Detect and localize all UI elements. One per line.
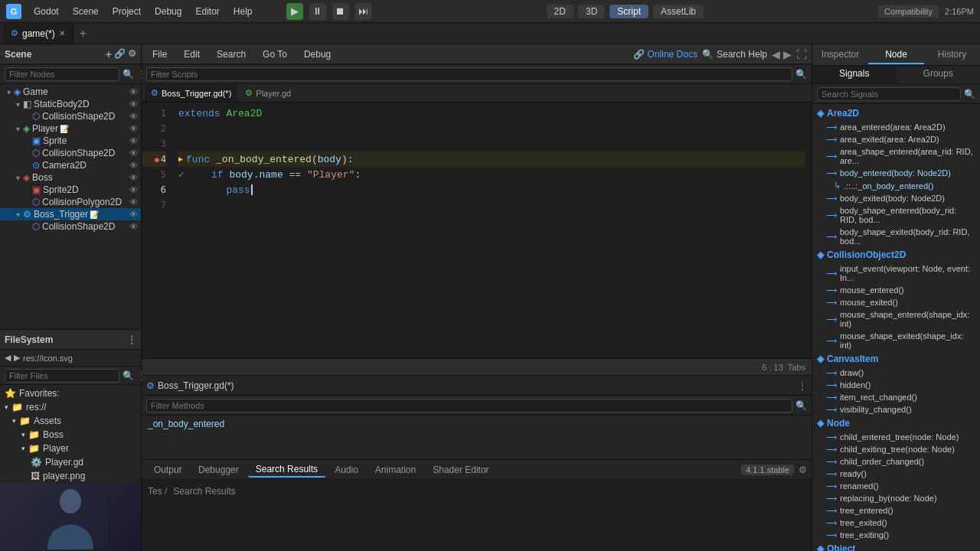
signal-hidden[interactable]: ⟶ hidden(): [812, 379, 980, 391]
filesystem-options[interactable]: ⋮: [127, 334, 136, 345]
bottom-tab-debugger[interactable]: Debugger: [191, 463, 247, 477]
signals-tab[interactable]: Signals: [812, 66, 897, 83]
bottom-tab-animation[interactable]: Animation: [368, 463, 423, 477]
fs-player-png[interactable]: 🖼 player.png: [0, 469, 141, 482]
tree-item-boss-trigger[interactable]: ▾ ⚙ Boss_Trigger 📝 👁: [0, 208, 141, 220]
tree-item-col1[interactable]: ⬡ CollisionShape2D 👁: [0, 110, 141, 122]
nav-forward[interactable]: ▶: [14, 353, 20, 363]
tree-item-static[interactable]: ▾ ◧ StaticBody2D 👁: [0, 98, 141, 110]
script-menu-edit[interactable]: Edit: [178, 47, 206, 61]
tab-game[interactable]: ⚙ game(*) ✕: [3, 24, 74, 44]
signal-tree-exiting[interactable]: ⟶ tree_exiting(): [812, 529, 980, 541]
view-assetlib-button[interactable]: AssetLib: [653, 5, 704, 18]
instantiate-button[interactable]: 🔗: [114, 48, 126, 60]
script-tab-boss-trigger[interactable]: ⚙ Boss_Trigger.gd(*): [145, 85, 237, 102]
tab-inspector[interactable]: Inspector: [812, 46, 868, 64]
signal-body-shape-exited[interactable]: ⟶ body_shape_exited(body_rid: RID, bod..…: [812, 226, 980, 247]
signal-input-event[interactable]: ⟶ input_event(viewport: Node, event: In.…: [812, 262, 980, 284]
signal-mouse-shape-exited[interactable]: ⟶ mouse_shape_exited(shape_idx: int): [812, 330, 980, 351]
groups-tab[interactable]: Groups: [897, 66, 981, 83]
search-help-button[interactable]: 🔍 Search Help: [702, 49, 767, 60]
signal-body-entered[interactable]: ⟶ body_entered(body: Node2D): [812, 167, 980, 179]
script-menu-goto[interactable]: Go To: [256, 47, 293, 61]
signal-draw[interactable]: ⟶ draw(): [812, 367, 980, 379]
method-item-on-body-entered[interactable]: _on_body_entered: [142, 416, 812, 432]
signal-ready[interactable]: ⟶ ready(): [812, 468, 980, 480]
menu-godot[interactable]: Godot: [28, 5, 65, 18]
signal-section-header-collision[interactable]: ◈ CollisionObject2D: [812, 247, 980, 262]
signal-child-order-changed[interactable]: ⟶ child_order_changed(): [812, 455, 980, 468]
tree-item-col3[interactable]: ⬡ CollisionShape2D 👁: [0, 220, 141, 233]
signal-section-header-object[interactable]: ◈ Object: [812, 541, 980, 551]
filter-methods-input[interactable]: [146, 399, 792, 412]
bottom-settings-icon[interactable]: ⚙: [799, 465, 807, 475]
compat-button[interactable]: Compatibility: [878, 5, 939, 18]
signal-tree-exited[interactable]: ⟶ tree_exited(): [812, 517, 980, 529]
signal-connection-child[interactable]: ↳ .::..:_on_body_entered(): [812, 179, 980, 192]
signals-search-icon[interactable]: 🔍: [964, 89, 975, 99]
bookmark-button[interactable]: ⛶: [796, 48, 807, 60]
menu-scene[interactable]: Scene: [67, 5, 105, 18]
filter-scripts-input[interactable]: [146, 67, 792, 81]
signal-mouse-exited[interactable]: ⟶ mouse_exited(): [812, 296, 980, 308]
bottom-tab-output[interactable]: Output: [146, 463, 189, 477]
script-tab-player[interactable]: ⚙ Player.gd: [239, 85, 297, 102]
tree-item-game[interactable]: ▾ ◈ Game 👁: [0, 86, 141, 98]
nav-back[interactable]: ◀: [5, 353, 11, 363]
code-editor[interactable]: 1 2 3 ●4 5 6 7 extends Area2D: [142, 103, 812, 375]
signal-replacing-by[interactable]: ⟶ replacing_by(node: Node): [812, 492, 980, 504]
tree-item-camera[interactable]: ⊙ Camera2D 👁: [0, 159, 141, 171]
online-docs-button[interactable]: 🔗 Online Docs: [633, 49, 697, 60]
filter-files-input[interactable]: [5, 369, 119, 383]
signal-mouse-entered[interactable]: ⟶ mouse_entered(): [812, 284, 980, 296]
tree-item-boss[interactable]: ▾ ◈ Boss 👁: [0, 171, 141, 184]
add-node-button[interactable]: +: [106, 48, 112, 60]
script-menu-debug[interactable]: Debug: [298, 47, 337, 61]
play-button[interactable]: ▶: [286, 3, 303, 20]
signal-section-header-node[interactable]: ◈ Node: [812, 416, 980, 431]
bottom-tab-shader-editor[interactable]: Shader Editor: [425, 463, 496, 477]
signal-area-entered[interactable]: ⟶ area_entered(area: Area2D): [812, 121, 980, 133]
methods-options-icon[interactable]: ⋮: [798, 380, 807, 391]
bottom-tab-search-results[interactable]: Search Results: [248, 462, 325, 478]
tree-item-col2[interactable]: ⬡ CollisionShape2D 👁: [0, 147, 141, 159]
view-script-button[interactable]: Script: [609, 5, 648, 18]
menu-debug[interactable]: Debug: [149, 5, 188, 18]
nav-forward-script[interactable]: ▶: [783, 48, 792, 60]
nav-back-script[interactable]: ◀: [772, 48, 780, 60]
signal-section-header-canvas[interactable]: ◈ CanvasItem: [812, 351, 980, 367]
filter-files-search-icon[interactable]: 🔍: [122, 370, 134, 381]
stop-button[interactable]: ⏹: [332, 3, 349, 20]
fs-player-gd[interactable]: ⚙️ Player.gd: [0, 455, 141, 469]
filter-scripts-icon[interactable]: 🔍: [795, 69, 807, 80]
fs-boss-folder[interactable]: ▾ 📁 Boss: [0, 428, 141, 442]
tab-game-close[interactable]: ✕: [59, 29, 65, 37]
signal-item-rect-changed[interactable]: ⟶ item_rect_changed(): [812, 391, 980, 403]
fs-res[interactable]: ▾ 📁 res://: [0, 400, 141, 414]
filter-methods-icon[interactable]: 🔍: [795, 400, 807, 411]
signal-visibility-changed[interactable]: ⟶ visibility_changed(): [812, 403, 980, 416]
view-2d-button[interactable]: 2D: [547, 5, 573, 18]
script-menu-search[interactable]: Search: [211, 47, 252, 61]
signals-search-input[interactable]: [817, 87, 961, 101]
signal-body-exited[interactable]: ⟶ body_exited(body: Node2D): [812, 192, 980, 204]
menu-project[interactable]: Project: [106, 5, 147, 18]
signal-renamed[interactable]: ⟶ renamed(): [812, 480, 980, 492]
fs-favorites[interactable]: ⭐ Favorites:: [0, 386, 141, 400]
tree-item-sprite2d[interactable]: ▣ Sprite2D 👁: [0, 184, 141, 196]
tree-item-poly[interactable]: ⬡ CollisionPolygon2D 👁: [0, 196, 141, 208]
tab-add-button[interactable]: +: [74, 27, 93, 41]
scene-options-button[interactable]: ⚙: [128, 48, 136, 60]
menu-help[interactable]: Help: [227, 5, 259, 18]
bottom-tab-audio[interactable]: Audio: [327, 463, 366, 477]
pause-button[interactable]: ⏸: [309, 3, 326, 20]
tree-item-sprite[interactable]: ▣ Sprite 👁: [0, 135, 141, 147]
tab-history[interactable]: History: [924, 46, 980, 64]
fs-player-folder[interactable]: ▾ 📁 Player: [0, 442, 141, 455]
signal-tree-entered[interactable]: ⟶ tree_entered(): [812, 504, 980, 517]
signal-child-exiting-tree[interactable]: ⟶ child_exiting_tree(node: Node): [812, 443, 980, 455]
signal-body-shape-entered[interactable]: ⟶ body_shape_entered(body_rid: RID, bod.…: [812, 204, 980, 226]
step-button[interactable]: ⏭: [355, 3, 372, 20]
filter-nodes-icon[interactable]: 🔍: [122, 69, 134, 80]
script-menu-file[interactable]: File: [146, 47, 173, 61]
